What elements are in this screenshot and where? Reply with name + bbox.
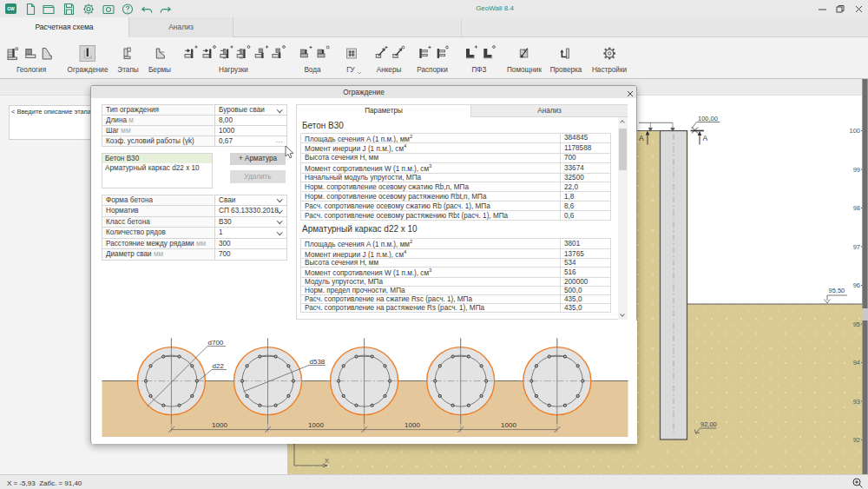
svg-text:X: X: [325, 457, 329, 465]
svg-text:92,00: 92,00: [700, 420, 717, 428]
svg-text:d538: d538: [310, 358, 326, 366]
svg-text:1000: 1000: [404, 421, 420, 429]
svg-text:1000: 1000: [501, 421, 516, 429]
svg-text:100: 100: [849, 127, 860, 135]
svg-text:98: 98: [853, 204, 860, 212]
svg-text:99: 99: [853, 166, 860, 174]
svg-text:94: 94: [853, 359, 860, 367]
svg-text:95,50: 95,50: [829, 287, 845, 294]
svg-text:96: 96: [853, 281, 860, 289]
svg-text:A: A: [703, 134, 708, 142]
svg-text:95: 95: [853, 320, 860, 328]
svg-text:d22: d22: [213, 362, 225, 370]
svg-text:A: A: [639, 134, 644, 142]
svg-text:1000: 1000: [212, 421, 227, 429]
svg-text:1000: 1000: [308, 421, 324, 429]
svg-text:97: 97: [853, 243, 860, 251]
svg-text:92: 92: [853, 436, 860, 444]
svg-text:100,00: 100,00: [698, 115, 718, 122]
svg-text:d700: d700: [208, 339, 224, 347]
svg-text:93: 93: [853, 398, 860, 406]
